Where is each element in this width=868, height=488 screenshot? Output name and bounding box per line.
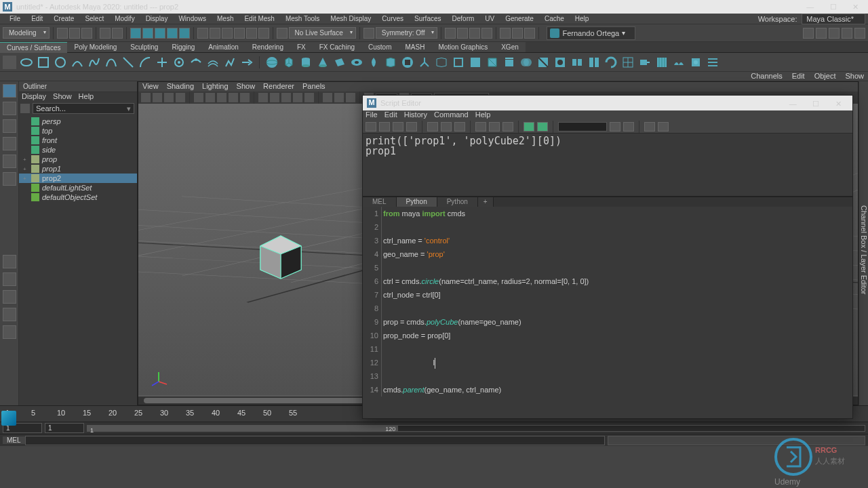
se-search-down-icon[interactable] [610,122,620,131]
menu-deform[interactable]: Deform [447,15,480,22]
menu-help[interactable]: Help [570,15,595,22]
range-bar[interactable]: 1120 [87,425,865,432]
vp-use-lights-icon[interactable] [293,93,302,102]
viewport-menu-panels[interactable]: Panels [302,82,326,92]
outliner-item-defaultLightSet[interactable]: defaultLightSet [19,183,137,192]
viewport-menu-lighting[interactable]: Lighting [202,82,229,92]
polycube-object[interactable] [254,232,308,280]
loft-icon[interactable] [384,56,397,69]
stitch-icon[interactable] [706,56,719,69]
viewport-menu[interactable]: ViewShadingLightingShowRendererPanels [138,82,858,92]
viewport-menu-shading[interactable]: Shading [167,82,194,92]
shelf-tab-mash[interactable]: MASH [398,42,431,52]
se-open-icon[interactable] [366,122,376,131]
nurbs-cone-icon[interactable] [316,56,330,69]
outliner-item-prop1[interactable]: +prop1 [19,164,137,174]
ep-curve-icon[interactable] [71,56,84,69]
right-panel-tabs[interactable]: Channel Box / Layer EditorModeling Toolk… [859,81,868,405]
shelf-tab-curves-surfaces[interactable]: Curves / Surfaces [0,42,67,53]
snap-point-icon[interactable] [222,28,233,39]
render-icon[interactable] [457,28,468,39]
vp-safe-action-icon[interactable] [240,93,250,102]
viewport-menu-view[interactable]: View [142,82,159,92]
revolve-icon[interactable] [367,56,380,69]
menu-generate[interactable]: Generate [500,15,539,22]
scale-tool-icon[interactable] [3,172,16,186]
attach-surface-icon[interactable] [570,56,584,69]
vp-shadows-icon[interactable] [304,93,314,102]
rebuild-surface-icon[interactable] [655,56,669,69]
se-menu-command[interactable]: Command [434,110,469,120]
undo-icon[interactable] [100,28,111,39]
shelf-tab-fx-caching[interactable]: FX Caching [313,42,361,52]
vp-resolution-gate-icon[interactable] [229,93,238,102]
select-tool-icon[interactable] [3,84,16,98]
vp-bookmarks-icon[interactable] [153,93,162,102]
workspace-selector[interactable]: Workspace: Maya Classic* [758,15,865,23]
script-editor-menu[interactable]: FileEditHistoryCommandHelp [363,110,852,120]
project-curve-icon[interactable] [502,56,516,69]
vp-wireframe-icon[interactable] [258,93,268,102]
menu-surfaces[interactable]: Surfaces [409,15,446,22]
channel-box-menu[interactable]: ChannelsEditObjectShow [0,72,868,81]
outliner-item-side[interactable]: side [19,145,137,155]
command-input[interactable] [25,436,605,445]
extend-surface-icon[interactable] [638,56,652,69]
outliner-menu-help[interactable]: Help [79,92,94,102]
bezier-curve-icon[interactable] [104,56,118,69]
se-execute-icon[interactable] [524,122,534,131]
se-clear-input-icon[interactable] [441,122,452,131]
redo-icon[interactable] [112,28,123,39]
menu-curves[interactable]: Curves [376,15,409,22]
chbox-channels[interactable]: Channels [751,72,782,81]
shelf-tab-animation[interactable]: Animation [201,42,245,52]
nurbs-cube-icon[interactable] [282,56,296,69]
intersect-icon[interactable] [519,56,533,69]
pencil-curve-icon[interactable] [121,56,135,69]
vp-xray-icon[interactable] [334,93,344,102]
rebuild-curve-icon[interactable] [223,56,237,69]
extend-curve-icon[interactable] [240,56,254,69]
se-show-both-icon[interactable] [502,122,513,131]
menu-create[interactable]: Create [48,15,79,22]
live-surface-dropdown[interactable]: No Live Surface [289,27,356,39]
outliner-item-top[interactable]: top [19,126,137,136]
se-show-input-icon[interactable] [489,122,500,131]
snap-curve-icon[interactable] [210,28,220,39]
se-show-history-icon[interactable] [475,122,486,131]
chbox-show[interactable]: Show [845,72,864,81]
se-search-up-icon[interactable] [623,122,634,131]
trim-icon[interactable] [536,56,550,69]
se-minimize-button[interactable]: — [783,100,804,108]
search-icon[interactable] [20,104,30,113]
outliner-menu-show[interactable]: Show [53,92,72,102]
snap-grid-icon[interactable] [197,28,208,39]
outliner-item-defaultObjectSet[interactable]: defaultObjectSet [19,192,137,202]
single-pane-icon[interactable] [3,255,16,268]
snap-plane-icon[interactable] [234,28,245,39]
shelf-tab-rendering[interactable]: Rendering [245,42,290,52]
nurbs-circle-icon[interactable] [54,56,67,69]
symmetry-dropdown[interactable]: Symmetry: Off [376,27,438,39]
snap-surface-icon[interactable] [246,28,257,39]
menu-mesh-tools[interactable]: Mesh Tools [280,15,325,22]
menu-edit[interactable]: Edit [26,15,48,22]
se-tab-python-1[interactable]: Python [397,197,437,207]
symmetry-icon[interactable] [363,28,374,39]
boundary-icon[interactable] [452,56,465,69]
vp-textured-icon[interactable] [281,93,291,102]
move-tool-icon[interactable] [3,137,16,150]
shelf-tab-sculpting[interactable]: Sculpting [123,42,165,52]
menu-cache[interactable]: Cache [539,15,570,22]
menu-mesh[interactable]: Mesh [212,15,239,22]
se-menu-file[interactable]: File [366,110,378,120]
vp-gate-mask-icon[interactable] [217,93,226,102]
rpanel-channel-box-layer-editor[interactable]: Channel Box / Layer Editor [860,205,868,294]
close-button[interactable]: ✕ [846,3,865,11]
detach-curve-icon[interactable] [172,56,186,69]
shelf-tab-fx[interactable]: FX [290,42,313,52]
se-tab-python-2[interactable]: Python [437,197,478,207]
script-editor-output[interactable]: print(['prop1', 'polyCube2'][0]) prop1 [363,134,852,197]
se-source-icon[interactable] [379,122,390,131]
planar-icon[interactable] [401,56,414,69]
